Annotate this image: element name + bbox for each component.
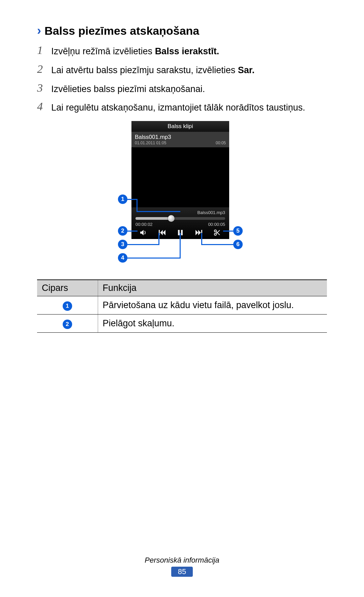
svg-marker-0: [140, 230, 144, 235]
callout-line: [127, 231, 138, 232]
steps-list: 1 Izvēļņu režīmā izvēlieties Balss ierak…: [37, 44, 327, 114]
step-bold: Balss ierakstīt.: [155, 46, 219, 56]
step-3: 3 Izvēlieties balss piezīmi atskaņošanai…: [37, 82, 327, 96]
table-row: 1 Pārvietošana uz kādu vietu failā, pave…: [37, 296, 327, 315]
time-row: 00:00:02 00:00:05: [135, 222, 225, 227]
callout-badge-5: 5: [233, 226, 243, 236]
function-table: Cipars Funkcija 1 Pārvietošana uz kādu v…: [37, 279, 327, 333]
step-pre: Lai atvērtu balss piezīmju sarakstu, izv…: [51, 65, 238, 75]
phone-title: Balss klipi: [131, 121, 229, 132]
file-name: Balss001.mp3: [135, 134, 226, 141]
footer-section: Personiskā informācija: [0, 556, 364, 565]
step-text: Izvēlieties balss piezīmi atskaņošanai.: [51, 82, 205, 96]
svg-rect-5: [181, 230, 183, 235]
row-badge: 2: [63, 320, 72, 329]
callout-line: [127, 258, 181, 259]
callout-line: [127, 199, 138, 200]
step-2: 2 Lai atvērtu balss piezīmju sarakstu, i…: [37, 63, 327, 77]
step-number: 1: [37, 44, 51, 56]
page-number: 85: [171, 567, 193, 577]
callout-badge-6: 6: [233, 240, 243, 249]
prev-icon[interactable]: [155, 230, 170, 235]
step-pre: Izvēļņu režīmā izvēlieties: [51, 46, 155, 56]
trim-icon[interactable]: [210, 230, 224, 236]
time-elapsed: 00:00:02: [135, 222, 153, 227]
section-heading: › Balss piezīmes atskaņošana: [37, 24, 327, 38]
volume-icon[interactable]: [136, 230, 151, 236]
heading-text: Balss piezīmes atskaņošana: [44, 24, 199, 37]
svg-marker-6: [195, 230, 198, 235]
file-duration: 00:05: [216, 141, 226, 145]
table-head-num: Cipars: [37, 280, 98, 296]
svg-marker-2: [160, 230, 163, 235]
callout-badge-1: 1: [118, 195, 127, 204]
row-badge: 1: [63, 301, 72, 311]
slider-fill: [135, 217, 171, 220]
slider-knob[interactable]: [168, 215, 175, 222]
step-4: 4 Lai regulētu atskaņošanu, izmantojiet …: [37, 100, 327, 114]
page-footer: Personiskā informācija 85: [0, 556, 364, 577]
callout-badge-4: 4: [118, 253, 127, 263]
row-func: Pielāgot skaļumu.: [98, 315, 327, 333]
svg-marker-7: [198, 230, 201, 235]
callout-line: [158, 233, 159, 245]
time-total: 00:00:05: [208, 222, 225, 227]
row-func: Pārvietošana uz kādu vietu failā, pavelk…: [98, 296, 327, 315]
table-row: 2 Pielāgot skaļumu.: [37, 315, 327, 333]
callout-line: [136, 211, 180, 212]
step-pre: Izvēlieties balss piezīmi atskaņošanai.: [51, 84, 205, 94]
file-date: 01.01.2011 01:05: [135, 141, 166, 145]
step-pre: Lai regulētu atskaņošanu, izmantojiet tā…: [51, 102, 305, 113]
step-text: Izvēļņu režīmā izvēlieties Balss ierakst…: [51, 44, 219, 58]
callout-badge-3: 3: [118, 240, 127, 249]
callout-line: [201, 233, 202, 245]
callout-line: [136, 199, 138, 212]
table-head-func: Funkcija: [98, 280, 327, 296]
step-number: 3: [37, 82, 51, 94]
file-row: Balss001.mp3 01.01.2011 01:05 00:05: [131, 132, 229, 147]
file-meta: 01.01.2011 01:05 00:05: [135, 141, 226, 147]
step-bold: Sar.: [238, 65, 255, 75]
callout-badge-2: 2: [118, 226, 127, 236]
phone-screen: Balss klipi Balss001.mp3 01.01.2011 01:0…: [131, 121, 229, 239]
step-text: Lai regulētu atskaņošanu, izmantojiet tā…: [51, 100, 305, 114]
callout-line: [201, 244, 233, 245]
step-number: 4: [37, 100, 51, 113]
svg-marker-3: [163, 230, 165, 235]
step-number: 2: [37, 63, 51, 75]
chevron-icon: ›: [37, 24, 41, 38]
step-1: 1 Izvēļņu režīmā izvēlieties Balss ierak…: [37, 44, 327, 58]
step-text: Lai atvērtu balss piezīmju sarakstu, izv…: [51, 63, 254, 77]
phone-diagram: Balss klipi Balss001.mp3 01.01.2011 01:0…: [81, 121, 283, 269]
next-icon[interactable]: [191, 230, 206, 235]
callout-line: [127, 244, 159, 245]
progress-slider[interactable]: [135, 217, 225, 220]
callout-line: [180, 233, 181, 259]
callout-line: [223, 231, 233, 232]
